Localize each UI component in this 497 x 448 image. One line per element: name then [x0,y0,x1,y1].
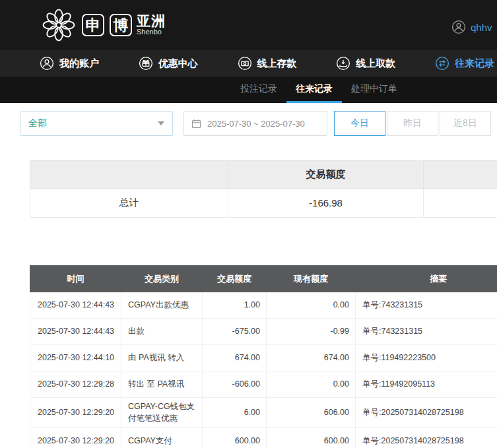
cell-type: CGPAY支付 [121,428,203,448]
nav-label: 优惠中心 [158,57,198,70]
cell-balance: 674.00 [267,345,356,371]
cell-amount: 6.00 [203,398,267,428]
cell-memo: 单号:202507314028725198 [356,398,497,428]
cell-time: 2025-07-30 12:44:43 [30,319,121,345]
summary-total-label: 总计 [30,189,228,218]
brand-char-shen: 申 [82,14,104,36]
cell-time: 2025-07-30 12:44:43 [30,292,121,319]
table-row: 2025-07-30 12:44:10 由 PA视讯 转入 674.00 674… [30,345,497,371]
cell-balance: 0.00 [267,371,356,398]
cell-balance: 606.00 [267,398,356,428]
user-account-area[interactable]: qhhv [451,20,492,34]
col-header-balance: 现有额度 [267,266,356,292]
brand-subtitle: Shenbo [137,28,166,36]
nav-item-transaction-records[interactable]: 往来记录 [435,50,497,77]
brand-logo[interactable]: 申 博 亚洲 Shenbo [41,7,166,43]
cell-amount: 1.00 [203,292,267,319]
cell-time: 2025-07-30 12:44:10 [30,345,121,371]
transactions-header-row: 时间 交易类别 交易额度 现有额度 摘要 [30,266,497,292]
cell-amount: -675.00 [203,319,267,345]
cell-type: 由 PA视讯 转入 [121,345,203,371]
cell-memo: 单号:119492095113 [356,371,497,398]
nav-item-promotions[interactable]: 优惠中心 [139,50,201,77]
cell-balance: 600.00 [267,428,356,448]
cell-amount: 600.00 [203,428,267,448]
table-row: 2025-07-30 12:29:28 转出 至 PA视讯 -606.00 0.… [30,371,497,398]
summary-header-spacer-right [424,161,497,189]
cell-memo: 单号:119492223500 [356,345,497,371]
cell-memo: 单号:743231315 [356,292,497,319]
nav-label: 我的账户 [59,57,99,70]
col-header-type: 交易类别 [121,266,203,292]
deposit-icon [238,56,252,71]
cell-type: 转出 至 PA视讯 [121,371,203,398]
summary-total-row: 总计 -166.98 [30,189,497,218]
col-header-time: 时间 [30,266,121,292]
cell-time: 2025-07-30 12:29:28 [30,371,121,398]
summary-header-amount: 交易额度 [228,161,424,189]
quick-date-buttons: 今日 昨日 近8日 [334,111,491,136]
top-header: 申 博 亚洲 Shenbo qhhv [0,0,497,50]
table-row: 2025-07-30 12:29:20 CGPAY-CG钱包支付笔笔送优惠 6.… [30,398,497,428]
date-range-input[interactable]: 2025-07-30 ~ 2025-07-30 [183,111,327,136]
type-select[interactable]: 全部 [20,111,173,136]
user-avatar-icon [451,20,466,34]
cell-type: CGPAY出款优惠 [121,292,203,319]
main-nav: 我的账户 优惠中心 线上存款 线上取款 [0,50,497,77]
cell-amount: 674.00 [203,345,267,371]
brand-wordmark: 亚洲 Shenbo [137,14,166,36]
gift-icon [139,56,153,71]
summary-table: 交易额度 总计 -166.98 [30,160,497,218]
table-row: 2025-07-30 12:29:20 CGPAY支付 600.00 600.0… [30,428,497,448]
summary-total-value: -166.98 [228,189,424,218]
filter-bar: 全部 2025-07-30 ~ 2025-07-30 今日 昨日 近8日 [20,111,497,136]
cell-balance: -0.99 [267,319,356,345]
nav-item-my-account[interactable]: 我的账户 [40,50,102,77]
brand-char-bo: 博 [110,14,132,36]
nav-label: 往来记录 [455,57,494,70]
account-icon [40,56,54,71]
table-row: 2025-07-30 12:44:43 CGPAY出款优惠 1.00 0.00 … [30,292,497,319]
nav-label: 线上取款 [356,57,395,70]
username-text[interactable]: qhhv [471,22,492,33]
chevron-down-icon [158,121,164,125]
tab-transaction-records[interactable]: 往来记录 [286,77,342,103]
summary-header-row: 交易额度 [30,161,497,189]
type-select-value: 全部 [28,117,47,129]
summary-total-spacer [424,189,497,218]
calendar-icon [191,118,202,129]
nav-label: 线上存款 [257,57,297,70]
tab-pending-orders[interactable]: 处理中订单 [342,77,407,103]
cell-type: CGPAY-CG钱包支付笔笔送优惠 [121,398,203,428]
cell-time: 2025-07-30 12:29:20 [30,398,121,428]
records-icon [435,56,449,71]
cell-balance: 0.00 [267,292,356,319]
table-row: 2025-07-30 12:44:43 出款 -675.00 -0.99 单号:… [30,319,497,345]
cell-type: 出款 [121,319,203,345]
nav-item-withdraw[interactable]: 线上取款 [336,50,398,77]
withdraw-icon [336,56,350,71]
cell-time: 2025-07-30 12:29:20 [30,428,121,448]
record-tabs: 投注记录 往来记录 处理中订单 [0,77,497,103]
cell-memo: 单号:743231315 [356,319,497,345]
yesterday-button[interactable]: 昨日 [387,111,438,136]
col-header-amount: 交易额度 [203,266,267,292]
lotus-logo-icon [41,7,77,43]
last-8-days-button[interactable]: 近8日 [440,111,491,136]
nav-item-deposit[interactable]: 线上存款 [238,50,300,77]
cell-memo: 单号:202507314028725198 [356,428,497,448]
summary-header-spacer [30,161,228,189]
date-range-value: 2025-07-30 ~ 2025-07-30 [207,119,305,129]
tab-betting-records[interactable]: 投注记录 [231,77,286,103]
brand-region: 亚洲 [137,14,166,28]
today-button[interactable]: 今日 [334,111,385,136]
cell-amount: -606.00 [203,371,267,398]
transactions-table: 时间 交易类别 交易额度 现有额度 摘要 2025-07-30 12:44:43… [30,265,497,448]
col-header-memo: 摘要 [356,266,497,292]
